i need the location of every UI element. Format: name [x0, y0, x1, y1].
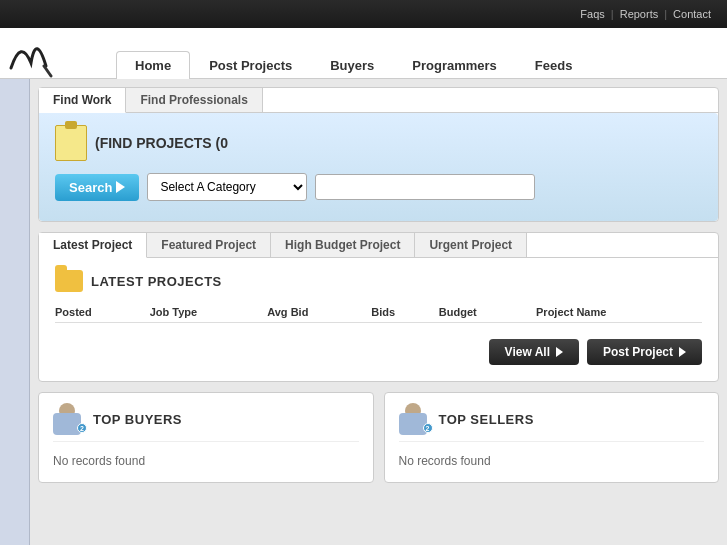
tab-latest-project[interactable]: Latest Project [39, 233, 147, 258]
nav-post-projects[interactable]: Post Projects [190, 51, 311, 79]
col-posted: Posted [55, 302, 150, 323]
sellers-person-icon: 2 [399, 403, 431, 435]
tab-urgent-project[interactable]: Urgent Project [415, 233, 527, 257]
buyers-badge-icon: 2 [77, 423, 87, 433]
top-sellers-header: 2 TOP SELLERS [399, 403, 705, 442]
separator1: | [611, 8, 614, 20]
top-bar-links: Faqs | Reports | Contact [580, 8, 711, 20]
top-buyers-panel: 2 TOP BUYERS No records found [38, 392, 374, 483]
top-buyers-no-records: No records found [53, 450, 359, 472]
sub-tabs: Find Work Find Professionals [39, 88, 718, 113]
section-tabs: Latest Project Featured Project High Bud… [39, 233, 718, 258]
content-wrapper: Find Work Find Professionals (FIND PROJE… [0, 79, 727, 545]
main-nav: Home Post Projects Buyers Programmers Fe… [66, 50, 591, 78]
col-project-name: Project Name [536, 302, 702, 323]
view-all-label: View All [505, 345, 550, 359]
reports-link[interactable]: Reports [620, 8, 659, 20]
view-all-button[interactable]: View All [489, 339, 579, 365]
find-projects-title: (FIND PROJECTS (0 [95, 135, 228, 151]
clipboard-icon [55, 125, 87, 161]
logo-icon [6, 28, 66, 78]
find-projects-panel: (FIND PROJECTS (0 Search Select A Catego… [39, 113, 718, 221]
search-btn-label: Search [69, 180, 112, 195]
action-buttons: View All Post Project [55, 333, 702, 369]
col-job-type: Job Type [150, 302, 268, 323]
search-button[interactable]: Search [55, 174, 139, 201]
tab-find-work[interactable]: Find Work [39, 88, 126, 113]
top-buyers-title: TOP BUYERS [93, 412, 182, 427]
post-project-label: Post Project [603, 345, 673, 359]
top-sellers-no-records: No records found [399, 450, 705, 472]
projects-table: Posted Job Type Avg Bid Bids Budget Proj… [55, 302, 702, 323]
top-sellers-panel: 2 TOP SELLERS No records found [384, 392, 720, 483]
nav-programmers[interactable]: Programmers [393, 51, 516, 79]
nav-buyers[interactable]: Buyers [311, 51, 393, 79]
play-icon [116, 181, 125, 193]
buyers-person-icon: 2 [53, 403, 85, 435]
search-row: Search Select A Category [55, 173, 702, 201]
sellers-badge-icon: 2 [423, 423, 433, 433]
view-all-arrow-icon [556, 347, 563, 357]
left-sidebar [0, 79, 30, 545]
separator2: | [664, 8, 667, 20]
category-select[interactable]: Select A Category [147, 173, 307, 201]
nav-home[interactable]: Home [116, 51, 190, 79]
col-avg-bid: Avg Bid [267, 302, 371, 323]
sellers-body [399, 413, 427, 435]
tab-featured-project[interactable]: Featured Project [147, 233, 271, 257]
bottom-panels: 2 TOP BUYERS No records found 2 TOP SELL… [38, 392, 719, 483]
section-content: LATEST PROJECTS Posted Job Type Avg Bid … [39, 258, 718, 381]
folder-icon [55, 270, 83, 292]
post-project-button[interactable]: Post Project [587, 339, 702, 365]
col-budget: Budget [439, 302, 536, 323]
section-title-row: LATEST PROJECTS [55, 270, 702, 292]
projects-section: Latest Project Featured Project High Bud… [38, 232, 719, 382]
top-sellers-title: TOP SELLERS [439, 412, 534, 427]
search-input[interactable] [315, 174, 535, 200]
nav-feeds[interactable]: Feeds [516, 51, 592, 79]
find-work-panel: Find Work Find Professionals (FIND PROJE… [38, 87, 719, 222]
main-content: Find Work Find Professionals (FIND PROJE… [30, 79, 727, 545]
faqs-link[interactable]: Faqs [580, 8, 604, 20]
section-title: LATEST PROJECTS [91, 274, 222, 289]
buyers-body [53, 413, 81, 435]
tab-find-professionals[interactable]: Find Professionals [126, 88, 262, 112]
find-projects-header: (FIND PROJECTS (0 [55, 125, 702, 161]
logo-nav-wrapper: Home Post Projects Buyers Programmers Fe… [0, 28, 727, 79]
top-bar: Faqs | Reports | Contact [0, 0, 727, 28]
top-buyers-header: 2 TOP BUYERS [53, 403, 359, 442]
tab-high-budget-project[interactable]: High Budget Project [271, 233, 415, 257]
contact-link[interactable]: Contact [673, 8, 711, 20]
post-project-arrow-icon [679, 347, 686, 357]
col-bids: Bids [371, 302, 438, 323]
